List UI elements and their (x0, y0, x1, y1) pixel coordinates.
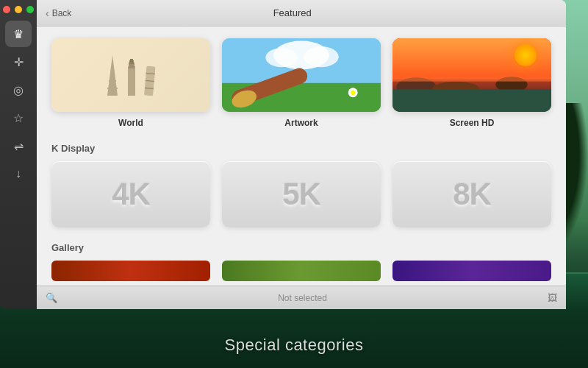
eiffel-tower-icon (105, 55, 120, 96)
top-bar: ‹ Back Featured (37, 0, 566, 26)
world-label: World (118, 118, 143, 128)
k-display-section-label: K Display (51, 143, 551, 154)
artwork-thumbnail (222, 38, 381, 112)
svg-rect-3 (128, 66, 135, 96)
special-categories-label: Special categories (0, 336, 588, 355)
screen-hd-thumbnail (392, 38, 551, 112)
pisa-tower-icon (142, 62, 158, 96)
world-thumbnail (51, 38, 210, 112)
artwork-label: Artwork (284, 118, 318, 128)
topbar-title: Featured (37, 7, 557, 18)
search-placeholder: Not selected (63, 293, 542, 303)
gallery-strip-orange[interactable] (51, 261, 210, 281)
8k-label: 8K (453, 177, 491, 212)
k-display-row: 4K 5K 8K (51, 161, 551, 227)
world-thumb-bg (51, 38, 210, 112)
star-icon: ☆ (13, 111, 24, 125)
svg-point-13 (265, 48, 297, 67)
svg-point-19 (351, 91, 355, 95)
4k-card[interactable]: 4K (51, 161, 210, 227)
screen-thumb-bg (392, 38, 551, 112)
shuffle-icon: ⇌ (14, 139, 24, 153)
image-icon: 🖼 (548, 292, 557, 303)
spiral-icon: ◎ (13, 83, 24, 97)
big-ben-icon (126, 59, 137, 96)
8k-card[interactable]: 8K (392, 161, 551, 227)
gallery-strip-green[interactable] (222, 261, 381, 281)
svg-rect-6 (130, 59, 133, 62)
sidebar-item-compass[interactable]: ✛ (5, 49, 32, 75)
window-controls (3, 6, 34, 13)
sidebar: ♛ ✛ ◎ ☆ ⇌ ↓ (0, 0, 37, 309)
svg-rect-28 (392, 75, 551, 82)
search-icon: 🔍 (46, 292, 57, 303)
featured-card-world[interactable]: World (51, 38, 210, 128)
sidebar-item-shuffle[interactable]: ⇌ (5, 132, 32, 159)
sidebar-item-crown[interactable]: ♛ (5, 21, 32, 47)
screen-hd-label: Screen HD (450, 118, 495, 128)
sidebar-item-spiral[interactable]: ◎ (5, 77, 32, 103)
download-icon: ↓ (15, 167, 21, 180)
compass-icon: ✛ (14, 55, 24, 69)
gallery-section-label: Gallery (51, 242, 551, 253)
svg-rect-27 (392, 89, 551, 112)
minimize-button[interactable] (15, 6, 22, 13)
crown-icon: ♛ (13, 27, 24, 41)
maximize-button[interactable] (26, 6, 34, 13)
monuments (105, 55, 157, 96)
gallery-strip-purple[interactable] (392, 261, 551, 281)
artwork-thumb-bg (222, 38, 381, 112)
svg-point-14 (304, 46, 339, 67)
search-bar: 🔍 Not selected 🖼 (37, 286, 566, 309)
featured-card-screen-hd[interactable]: Screen HD (392, 38, 551, 128)
main-panel: ‹ Back Featured (37, 0, 566, 309)
gallery-row (51, 261, 551, 281)
5k-card[interactable]: 5K (222, 161, 381, 227)
featured-row: World (51, 38, 551, 128)
close-button[interactable] (3, 6, 10, 13)
4k-label: 4K (112, 177, 150, 212)
content-area[interactable]: World (37, 26, 566, 286)
sun-icon (514, 44, 537, 66)
5k-label: 5K (282, 177, 320, 212)
sidebar-item-star[interactable]: ☆ (5, 105, 32, 131)
sidebar-item-download[interactable]: ↓ (5, 160, 32, 187)
artwork-svg (222, 38, 381, 112)
featured-card-artwork[interactable]: Artwork (222, 38, 381, 128)
svg-marker-0 (107, 55, 118, 96)
